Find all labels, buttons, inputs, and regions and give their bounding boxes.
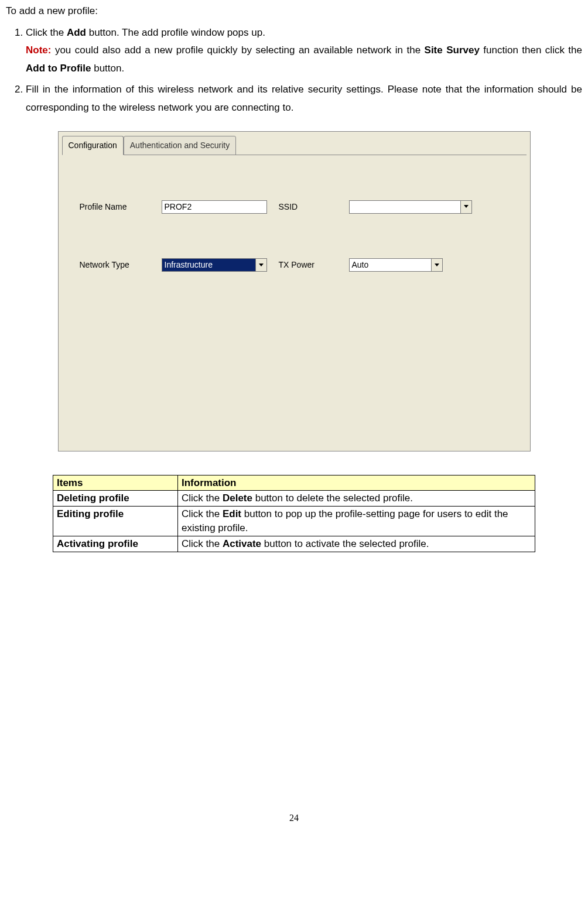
step-1: Click the Add button. The add profile wi…: [26, 24, 582, 78]
row-label-editing: Editing profile: [53, 507, 178, 536]
header-items: Items: [53, 475, 178, 491]
add-to-profile-ref: Add to Profile: [26, 63, 91, 74]
note-label: Note:: [26, 45, 51, 56]
row-info-activating: Click the Activate button to activate th…: [178, 536, 535, 552]
row-label-activating: Activating profile: [53, 536, 178, 552]
info-text: button to delete the selected profile.: [252, 492, 413, 504]
note-text-c: button.: [91, 63, 124, 74]
profile-name-input[interactable]: [162, 200, 267, 214]
step1-text-b: button. The add profile window pops up.: [86, 27, 265, 38]
ssid-dropdown-button[interactable]: [460, 201, 471, 213]
tx-power-dropdown-button[interactable]: [431, 259, 442, 271]
add-profile-dialog: Configuration Authentication and Securit…: [58, 131, 531, 451]
instruction-list: Click the Add button. The add profile wi…: [6, 24, 582, 117]
svg-marker-1: [259, 264, 264, 266]
info-text: Click the: [182, 492, 223, 504]
intro-text: To add a new profile:: [6, 2, 582, 20]
info-text: Click the: [182, 538, 223, 549]
activate-button-ref: Activate: [223, 538, 261, 549]
page-number: 24: [6, 810, 582, 827]
svg-marker-0: [464, 205, 469, 208]
info-text: button to activate the selected profile.: [261, 538, 429, 549]
note-text-b: function then click the: [480, 45, 582, 56]
row-label-deleting: Deleting profile: [53, 491, 178, 507]
table-row: Deleting profile Click the Delete button…: [53, 491, 535, 507]
network-type-dropdown-button[interactable]: [255, 259, 266, 271]
row-profile-name: Profile Name SSID: [80, 200, 509, 214]
chevron-down-icon: [259, 264, 264, 267]
tx-power-combo[interactable]: Auto: [349, 258, 443, 272]
chevron-down-icon: [435, 264, 439, 267]
header-information: Information: [178, 475, 535, 491]
tx-power-value: Auto: [350, 259, 431, 271]
table-header-row: Items Information: [53, 475, 535, 491]
profile-actions-table: Items Information Deleting profile Click…: [53, 475, 535, 552]
chevron-down-icon: [464, 205, 469, 208]
delete-button-ref: Delete: [223, 492, 252, 504]
add-button-ref: Add: [67, 27, 86, 38]
info-text: Click the: [182, 508, 223, 519]
row-network-type: Network Type Infrastructure TX Power Aut…: [80, 258, 509, 272]
ssid-combo[interactable]: [349, 200, 472, 214]
tab-configuration[interactable]: Configuration: [62, 136, 124, 155]
label-ssid: SSID: [267, 200, 349, 214]
row-info-editing: Click the Edit button to pop up the prof…: [178, 507, 535, 536]
step-2: Fill in the information of this wireless…: [26, 81, 582, 117]
table-row: Activating profile Click the Activate bu…: [53, 536, 535, 552]
table-row: Editing profile Click the Edit button to…: [53, 507, 535, 536]
note-text-a: you could also add a new profile quickly…: [51, 45, 424, 56]
svg-marker-2: [435, 264, 439, 266]
label-network-type: Network Type: [80, 258, 162, 272]
site-survey-ref: Site Survey: [425, 45, 480, 56]
note-block: Note: you could also add a new profile q…: [26, 42, 582, 77]
step1-text-a: Click the: [26, 27, 67, 38]
label-tx-power: TX Power: [267, 258, 349, 272]
network-type-combo[interactable]: Infrastructure: [162, 258, 267, 272]
edit-button-ref: Edit: [223, 508, 241, 519]
tab-authentication-security[interactable]: Authentication and Security: [124, 136, 236, 155]
tab-body: Profile Name SSID Network Type Infrastru…: [62, 155, 527, 448]
network-type-value: Infrastructure: [162, 259, 255, 271]
ssid-value: [350, 201, 460, 213]
row-info-deleting: Click the Delete button to delete the se…: [178, 491, 535, 507]
label-profile-name: Profile Name: [80, 200, 162, 214]
tab-row: Configuration Authentication and Securit…: [59, 132, 530, 155]
